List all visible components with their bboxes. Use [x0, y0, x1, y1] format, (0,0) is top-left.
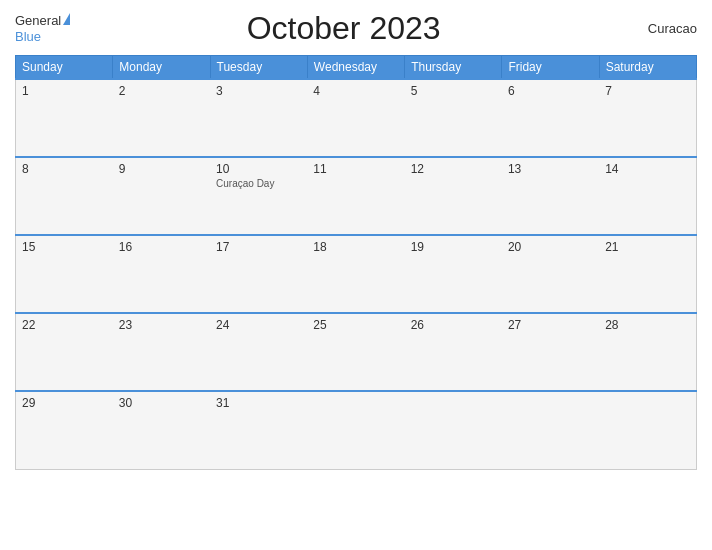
day-cell-w3-d7: 21: [599, 235, 696, 313]
day-number: 30: [119, 396, 204, 410]
day-cell-w1-d5: 5: [405, 79, 502, 157]
day-cell-w1-d4: 4: [307, 79, 404, 157]
day-cell-w1-d6: 6: [502, 79, 599, 157]
day-cell-w4-d7: 28: [599, 313, 696, 391]
day-number: 7: [605, 84, 690, 98]
day-cell-w2-d3: 10Curaçao Day: [210, 157, 307, 235]
day-number: 16: [119, 240, 204, 254]
col-saturday: Saturday: [599, 56, 696, 80]
day-number: 3: [216, 84, 301, 98]
day-cell-w3-d6: 20: [502, 235, 599, 313]
day-cell-w3-d4: 18: [307, 235, 404, 313]
day-cell-w2-d4: 11: [307, 157, 404, 235]
week-row-2: 8910Curaçao Day11121314: [16, 157, 697, 235]
col-thursday: Thursday: [405, 56, 502, 80]
day-cell-w5-d7: [599, 391, 696, 469]
week-row-1: 1234567: [16, 79, 697, 157]
day-cell-w4-d1: 22: [16, 313, 113, 391]
day-number: 27: [508, 318, 593, 332]
day-cell-w5-d3: 31: [210, 391, 307, 469]
day-cell-w4-d4: 25: [307, 313, 404, 391]
calendar-container: General Blue October 2023 Curacao Sunday…: [0, 0, 712, 550]
days-of-week-row: Sunday Monday Tuesday Wednesday Thursday…: [16, 56, 697, 80]
day-number: 17: [216, 240, 301, 254]
day-number: 5: [411, 84, 496, 98]
col-wednesday: Wednesday: [307, 56, 404, 80]
day-cell-w5-d1: 29: [16, 391, 113, 469]
day-cell-w1-d7: 7: [599, 79, 696, 157]
day-cell-w2-d6: 13: [502, 157, 599, 235]
region-label: Curacao: [617, 21, 697, 36]
day-number: 8: [22, 162, 107, 176]
day-cell-w2-d1: 8: [16, 157, 113, 235]
col-friday: Friday: [502, 56, 599, 80]
day-number: 18: [313, 240, 398, 254]
day-number: 1: [22, 84, 107, 98]
day-number: 11: [313, 162, 398, 176]
day-number: 21: [605, 240, 690, 254]
day-number: 22: [22, 318, 107, 332]
logo-text-blue: Blue: [15, 29, 41, 45]
day-number: 24: [216, 318, 301, 332]
col-monday: Monday: [113, 56, 210, 80]
day-cell-w4-d2: 23: [113, 313, 210, 391]
day-cell-w5-d2: 30: [113, 391, 210, 469]
day-number: 23: [119, 318, 204, 332]
day-number: 20: [508, 240, 593, 254]
day-cell-w1-d1: 1: [16, 79, 113, 157]
day-number: 19: [411, 240, 496, 254]
day-cell-w3-d3: 17: [210, 235, 307, 313]
day-cell-w2-d2: 9: [113, 157, 210, 235]
week-row-4: 22232425262728: [16, 313, 697, 391]
day-cell-w5-d5: [405, 391, 502, 469]
day-cell-w3-d5: 19: [405, 235, 502, 313]
day-cell-w2-d5: 12: [405, 157, 502, 235]
logo-text-general: General: [15, 13, 61, 29]
day-number: 6: [508, 84, 593, 98]
day-number: 26: [411, 318, 496, 332]
day-number: 10: [216, 162, 301, 176]
day-cell-w5-d6: [502, 391, 599, 469]
day-cell-w4-d5: 26: [405, 313, 502, 391]
month-title: October 2023: [70, 10, 617, 47]
week-row-5: 293031: [16, 391, 697, 469]
col-sunday: Sunday: [16, 56, 113, 80]
col-tuesday: Tuesday: [210, 56, 307, 80]
day-number: 14: [605, 162, 690, 176]
day-cell-w4-d3: 24: [210, 313, 307, 391]
day-number: 12: [411, 162, 496, 176]
day-number: 25: [313, 318, 398, 332]
day-number: 15: [22, 240, 107, 254]
day-cell-w5-d4: [307, 391, 404, 469]
event-label: Curaçao Day: [216, 178, 301, 189]
day-number: 9: [119, 162, 204, 176]
day-number: 29: [22, 396, 107, 410]
day-cell-w2-d7: 14: [599, 157, 696, 235]
day-number: 2: [119, 84, 204, 98]
calendar-grid: Sunday Monday Tuesday Wednesday Thursday…: [15, 55, 697, 470]
day-cell-w3-d2: 16: [113, 235, 210, 313]
day-number: 4: [313, 84, 398, 98]
day-number: 13: [508, 162, 593, 176]
day-cell-w1-d2: 2: [113, 79, 210, 157]
day-number: 28: [605, 318, 690, 332]
logo: General Blue: [15, 13, 70, 44]
day-number: 31: [216, 396, 301, 410]
day-cell-w3-d1: 15: [16, 235, 113, 313]
week-row-3: 15161718192021: [16, 235, 697, 313]
day-cell-w1-d3: 3: [210, 79, 307, 157]
calendar-header: General Blue October 2023 Curacao: [15, 10, 697, 47]
day-cell-w4-d6: 27: [502, 313, 599, 391]
